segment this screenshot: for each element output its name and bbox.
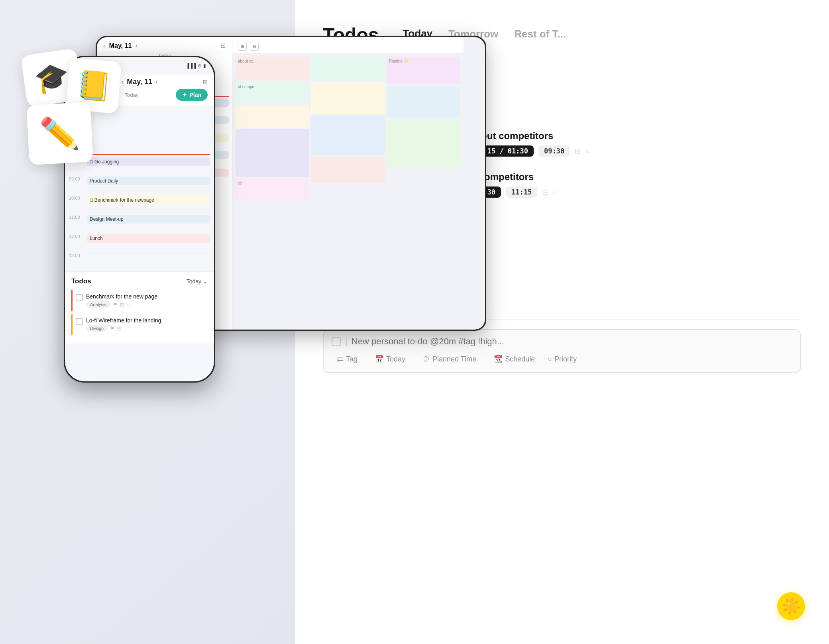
events-1300 — [86, 252, 210, 254]
phone-todo-checkbox-2[interactable] — [76, 318, 83, 325]
time-badge-3b: 11:15 — [506, 187, 537, 198]
events-1100: Design Meet-up — [86, 214, 210, 224]
phone-date-title: May, 11 — [127, 78, 152, 86]
tablet-col-1: about co... ut compe... ex — [236, 57, 309, 326]
sun-decoration: ☀️ — [777, 592, 805, 620]
phone-todos-title: Todos — [71, 277, 91, 285]
tablet-right-body[interactable]: about co... ut compe... ex — [232, 53, 464, 330]
emoji-cards-container: 🎓 📒 ✏️ — [16, 48, 128, 199]
flag-icon-1[interactable]: ⚑ — [113, 302, 118, 308]
phone-event-lunch[interactable]: Lunch — [86, 234, 210, 243]
tablet-col1-event5[interactable]: ex — [236, 179, 309, 200]
tablet-right-calendar: ⊞ ⊟ about co... ut compe... ex — [232, 37, 464, 330]
signal-icon: ▐▐▐ — [186, 63, 196, 69]
circle-icon-1[interactable]: ○ — [127, 302, 130, 308]
phone-todo-text-2: Lo-fi Wireframe for the landing — [86, 317, 208, 324]
tablet-col2-event4[interactable] — [311, 157, 385, 183]
battery-icon: ▮ — [203, 63, 206, 69]
phone-event-designmeetup[interactable]: Design Meet-up — [86, 215, 210, 224]
pencil-icon: ✏️ — [39, 114, 81, 153]
settings-button[interactable]: ⊞ — [202, 78, 208, 86]
tablet-col1-event1[interactable]: about co... — [236, 57, 309, 80]
pencil-card: ✏️ — [26, 102, 93, 165]
phone-todos-header: Todos Today ⌄ — [71, 277, 208, 285]
tablet-col1-event4[interactable] — [236, 129, 309, 177]
notes-icon-2[interactable]: ⊟ — [117, 326, 122, 332]
notebook-icon: 📒 — [75, 68, 112, 103]
tablet-col3-event1[interactable]: Routine ✨ — [387, 57, 460, 84]
time-row-1100: 11:00 Design Meet-up — [65, 214, 214, 233]
events-1200: Lunch — [86, 233, 210, 243]
tablet-col3-event3[interactable] — [387, 120, 460, 167]
time-label-1300: 13:00 — [69, 252, 86, 258]
phone-todo-tags-2: Design ⚑ ⊟ — [86, 325, 208, 332]
time-label-1100: 11:00 — [69, 214, 86, 220]
analysis-tag: Analysis — [86, 301, 110, 308]
tablet-view-icon-2[interactable]: ⊟ — [250, 42, 259, 51]
time-badge-2b: 09:30 — [538, 145, 570, 157]
tablet-col-2 — [311, 57, 385, 326]
wifi-icon: ⊙ — [198, 63, 202, 69]
phone-todo-benchmark: Benchmark for the new page Analysis ⚑ ⊟ … — [71, 290, 208, 311]
circle-icon-2[interactable]: ○ — [585, 147, 590, 155]
phone-todos-section: Todos Today ⌄ Benchmark for the new page — [65, 271, 214, 344]
priority-button[interactable]: ○ Priority — [548, 355, 577, 363]
tablet-col2-event1[interactable] — [311, 57, 385, 80]
tablet-right-header: ⊞ ⊟ — [232, 37, 464, 53]
phone-todo-tags-1: Analysis ⚑ ⊟ ○ — [86, 301, 208, 308]
tablet-col2-event2[interactable] — [311, 82, 385, 114]
chevron-down-icon: ⌄ — [203, 278, 208, 285]
sparkles-icon: ✦ — [182, 92, 187, 98]
next-date-button[interactable]: › — [155, 79, 157, 86]
phone-todos-date-selector[interactable]: Today ⌄ — [187, 278, 208, 285]
tablet-col1-event2[interactable]: ut compe... — [236, 82, 309, 104]
time-row-1300: 13:00 — [65, 252, 214, 271]
tablet-col-3: Routine ✨ — [387, 57, 460, 326]
graduation-icon: 🎓 — [32, 59, 71, 96]
design-tag: Design — [86, 325, 108, 332]
tablet-col2-event3[interactable] — [311, 116, 385, 155]
time-row-1200: 12:00 Lunch — [65, 233, 214, 252]
tablet-view-icon-1[interactable]: ⊞ — [238, 42, 247, 51]
phone-todo-wireframe: Lo-fi Wireframe for the landing Design ⚑… — [71, 314, 208, 335]
circle-icon-3[interactable]: ○ — [553, 188, 557, 196]
phone-todo-checkbox-1[interactable] — [76, 294, 83, 301]
notes-icon-1[interactable]: ⊟ — [120, 302, 124, 308]
sun-icon: ☀️ — [781, 597, 801, 616]
priority-circle-icon: ○ — [548, 355, 552, 363]
status-icons: ▐▐▐ ⊙ ▮ — [186, 63, 206, 69]
time-label-1200: 12:00 — [69, 233, 86, 239]
tab-rest[interactable]: Rest of T... — [514, 28, 566, 42]
notes-icon-3[interactable]: ⊟ — [542, 188, 548, 196]
flag-icon-2[interactable]: ⚑ — [110, 326, 115, 332]
tablet-col1-event3[interactable] — [236, 106, 309, 128]
plan-button[interactable]: ✦ Plan — [176, 89, 208, 101]
tablet-col3-event2[interactable] — [387, 86, 460, 118]
notes-icon-2[interactable]: ⊟ — [575, 147, 581, 155]
phone-todo-text-1: Benchmark for the new page — [86, 293, 208, 300]
